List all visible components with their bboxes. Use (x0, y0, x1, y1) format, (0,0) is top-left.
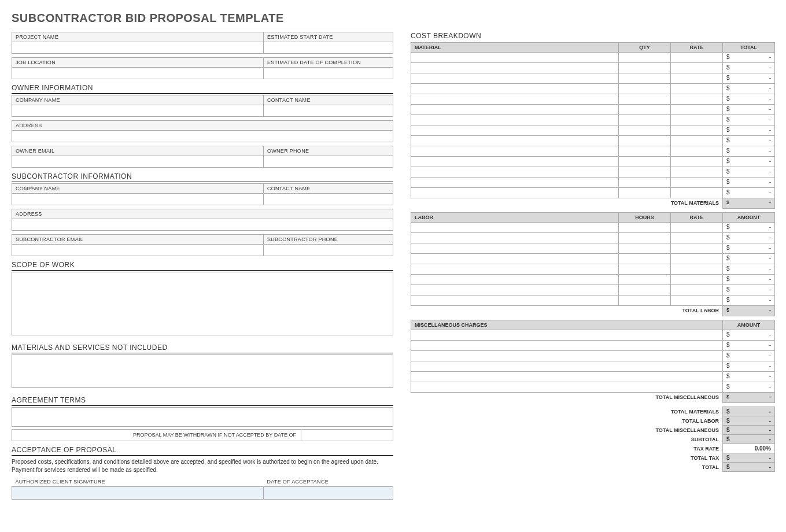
sub-address-label: ADDRESS (12, 209, 393, 219)
labor-desc-cell[interactable] (411, 275, 619, 285)
material-qty-cell[interactable] (619, 94, 671, 105)
sub-contact-input[interactable] (263, 194, 393, 205)
withdraw-date-input[interactable] (301, 430, 393, 441)
labor-rate-cell[interactable] (671, 285, 723, 295)
project-name-input[interactable] (12, 42, 264, 54)
material-qty-cell[interactable] (619, 115, 671, 125)
misc-desc-cell[interactable] (411, 341, 723, 351)
material-qty-cell[interactable] (619, 188, 671, 198)
material-total-cell: $- (723, 73, 775, 84)
owner-company-input[interactable] (12, 105, 264, 117)
labor-rate-cell[interactable] (671, 254, 723, 264)
date-accept-input[interactable] (263, 487, 393, 500)
material-rate-cell[interactable] (671, 146, 723, 157)
terms-input[interactable] (12, 407, 393, 427)
labor-hours-cell[interactable] (619, 243, 671, 254)
scope-input[interactable] (12, 272, 393, 335)
material-desc-cell[interactable] (411, 136, 619, 146)
labor-hours-cell[interactable] (619, 233, 671, 243)
material-qty-cell[interactable] (619, 146, 671, 157)
notincl-input[interactable] (12, 354, 393, 388)
material-qty-cell[interactable] (619, 178, 671, 188)
labor-hours-cell[interactable] (619, 285, 671, 295)
labor-desc-cell[interactable] (411, 223, 619, 233)
labor-rate-cell[interactable] (671, 223, 723, 233)
material-rate-cell[interactable] (671, 84, 723, 94)
material-desc-cell[interactable] (411, 125, 619, 136)
labor-rate-cell[interactable] (671, 243, 723, 254)
material-desc-cell[interactable] (411, 63, 619, 73)
material-desc-cell[interactable] (411, 146, 619, 157)
material-qty-cell[interactable] (619, 105, 671, 115)
material-qty-cell[interactable] (619, 53, 671, 63)
owner-phone-input[interactable] (263, 156, 393, 168)
owner-email-input[interactable] (12, 156, 264, 168)
taxrate-value[interactable]: 0.00% (723, 444, 775, 453)
material-desc-cell[interactable] (411, 178, 619, 188)
job-location-input[interactable] (12, 68, 264, 79)
material-desc-cell[interactable] (411, 73, 619, 84)
labor-rate-cell[interactable] (671, 264, 723, 275)
labor-rate-cell[interactable] (671, 295, 723, 306)
labor-rate-cell[interactable] (671, 275, 723, 285)
material-rate-cell[interactable] (671, 115, 723, 125)
material-rate-cell[interactable] (671, 73, 723, 84)
material-rate-cell[interactable] (671, 63, 723, 73)
material-qty-cell[interactable] (619, 73, 671, 84)
sub-address-input[interactable] (12, 219, 393, 231)
material-rate-cell[interactable] (671, 136, 723, 146)
material-desc-cell[interactable] (411, 188, 619, 198)
material-rate-cell[interactable] (671, 167, 723, 178)
labor-hours-cell[interactable] (619, 223, 671, 233)
total-misc-label: TOTAL MISCELLANEOUS (411, 393, 723, 403)
material-qty-cell[interactable] (619, 63, 671, 73)
labor-hours-cell[interactable] (619, 254, 671, 264)
misc-desc-cell[interactable] (411, 361, 723, 372)
est-start-input[interactable] (263, 42, 393, 54)
misc-desc-cell[interactable] (411, 351, 723, 361)
sub-email-input[interactable] (12, 245, 264, 256)
material-rate-cell[interactable] (671, 53, 723, 63)
material-rate-cell[interactable] (671, 94, 723, 105)
table-row: $- (411, 157, 775, 167)
material-qty-cell[interactable] (619, 125, 671, 136)
material-desc-cell[interactable] (411, 157, 619, 167)
material-desc-cell[interactable] (411, 115, 619, 125)
material-desc-cell[interactable] (411, 53, 619, 63)
labor-desc-cell[interactable] (411, 243, 619, 254)
material-desc-cell[interactable] (411, 84, 619, 94)
labor-desc-cell[interactable] (411, 264, 619, 275)
labor-desc-cell[interactable] (411, 254, 619, 264)
page-title: SUBCONTRACTOR BID PROPOSAL TEMPLATE (12, 12, 775, 25)
labor-desc-cell[interactable] (411, 285, 619, 295)
misc-desc-cell[interactable] (411, 382, 723, 393)
material-desc-cell[interactable] (411, 105, 619, 115)
material-rate-cell[interactable] (671, 125, 723, 136)
material-qty-cell[interactable] (619, 157, 671, 167)
labor-desc-cell[interactable] (411, 233, 619, 243)
material-total-cell: $- (723, 115, 775, 125)
material-rate-cell[interactable] (671, 188, 723, 198)
labor-hours-cell[interactable] (619, 264, 671, 275)
material-qty-cell[interactable] (619, 84, 671, 94)
owner-contact-input[interactable] (263, 105, 393, 117)
labor-rate-cell[interactable] (671, 233, 723, 243)
misc-table: MISCELLANEOUS CHARGES AMOUNT $-$-$-$-$-$… (411, 320, 775, 403)
material-rate-cell[interactable] (671, 105, 723, 115)
material-desc-cell[interactable] (411, 94, 619, 105)
sig-input[interactable] (12, 487, 264, 500)
labor-hours-cell[interactable] (619, 295, 671, 306)
material-desc-cell[interactable] (411, 167, 619, 178)
material-rate-cell[interactable] (671, 157, 723, 167)
est-completion-input[interactable] (263, 68, 393, 79)
labor-hours-cell[interactable] (619, 275, 671, 285)
misc-desc-cell[interactable] (411, 372, 723, 382)
material-rate-cell[interactable] (671, 178, 723, 188)
misc-desc-cell[interactable] (411, 330, 723, 341)
material-qty-cell[interactable] (619, 136, 671, 146)
sub-phone-input[interactable] (263, 245, 393, 256)
labor-desc-cell[interactable] (411, 295, 619, 306)
material-qty-cell[interactable] (619, 167, 671, 178)
owner-address-input[interactable] (12, 131, 393, 142)
sub-company-input[interactable] (12, 194, 264, 205)
